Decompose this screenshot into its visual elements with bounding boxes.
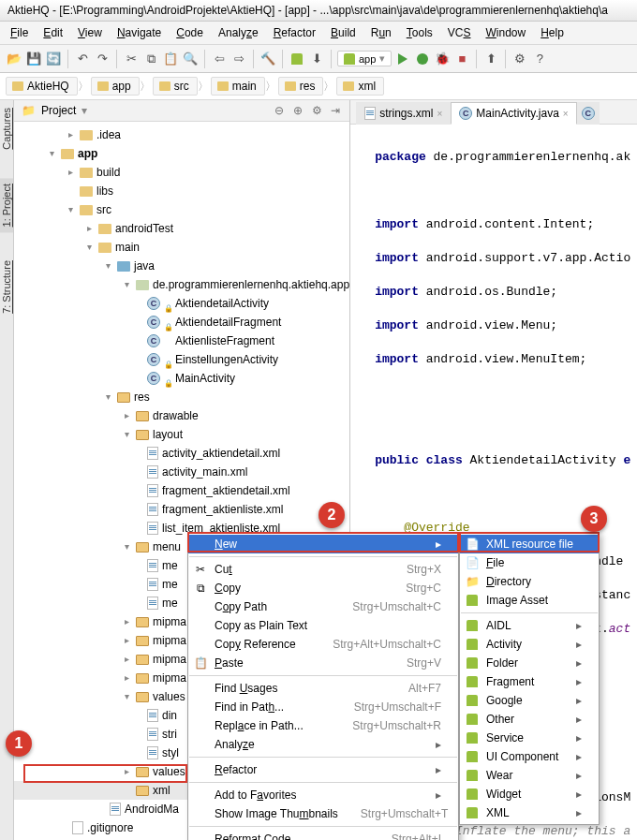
settings-icon[interactable]: ⚙ [511, 51, 528, 67]
new-widget[interactable]: Widget▸ [460, 785, 599, 803]
redo-icon[interactable]: ↷ [94, 51, 111, 67]
menu-navigate[interactable]: Navigate [111, 24, 168, 41]
paste-icon[interactable]: 📋 [162, 51, 179, 67]
ctx-find-usages[interactable]: Find UsagesAlt+F7 [188, 679, 458, 698]
ctx-show-thumbnails[interactable]: Show Image ThumbnailsStrg+Umschalt+T [188, 804, 458, 823]
new-directory[interactable]: 📁Directory [460, 572, 599, 591]
folder-icon [285, 81, 296, 91]
copy-icon[interactable]: ⧉ [142, 51, 159, 67]
stop-icon[interactable]: ■ [453, 51, 470, 67]
context-submenu-new: 📄XML resource file 📄File 📁Directory Imag… [459, 532, 600, 825]
hide-icon[interactable]: ⇥ [329, 104, 342, 117]
make-icon[interactable]: 🔨 [259, 51, 276, 67]
close-icon[interactable]: × [437, 109, 442, 119]
avd-icon[interactable] [289, 51, 305, 67]
new-google[interactable]: Google▸ [460, 691, 599, 710]
new-folder[interactable]: Folder▸ [460, 654, 599, 672]
crumb-res[interactable]: res [278, 77, 324, 96]
new-service[interactable]: Service▸ [460, 729, 599, 747]
tab-more[interactable]: C [577, 102, 600, 125]
menu-help[interactable]: Help [534, 24, 570, 41]
run-config-label: app [359, 53, 376, 65]
menu-view[interactable]: View [71, 24, 109, 41]
menu-file[interactable]: File [4, 24, 35, 41]
open-icon[interactable]: 📂 [6, 51, 22, 67]
save-icon[interactable]: 💾 [25, 51, 42, 67]
undo-icon[interactable]: ↶ [74, 51, 91, 67]
run-config-selector[interactable]: app ▾ [337, 51, 392, 66]
menu-refactor[interactable]: Refactor [267, 24, 322, 41]
find-icon[interactable]: 🔍 [182, 51, 199, 67]
android-icon [466, 806, 479, 819]
menu-analyze[interactable]: Analyze [212, 24, 265, 41]
menu-vcs[interactable]: VCS [441, 24, 478, 41]
sdk-icon[interactable]: ⬇ [308, 51, 325, 67]
sync-icon[interactable]: 🔄 [45, 51, 62, 67]
ctx-copy-path[interactable]: Copy PathStrg+Umschalt+C [188, 597, 458, 616]
new-file[interactable]: 📄File [460, 553, 599, 572]
tab-mainactivity[interactable]: C MainActivity.java × [451, 102, 576, 125]
crumb-xml[interactable]: xml [336, 77, 384, 96]
ctx-reformat[interactable]: Reformat CodeStrg+Alt+I [188, 830, 458, 840]
new-wear[interactable]: Wear▸ [460, 766, 599, 785]
android-icon [466, 619, 479, 632]
ctx-add-favorites[interactable]: Add to Favorites▸ [188, 786, 458, 804]
android-icon [466, 750, 479, 763]
ctx-find-in-path[interactable]: Find in Path...Strg+Umschalt+F [188, 698, 458, 716]
crumb-project[interactable]: AktieHQ [6, 77, 78, 96]
menu-run[interactable]: Run [364, 24, 398, 41]
folder-icon [343, 81, 354, 91]
ctx-paste[interactable]: 📋PasteStrg+V [188, 654, 458, 672]
android-icon [466, 694, 479, 707]
toolwin-project[interactable]: 1: Project [0, 178, 13, 232]
run-icon[interactable] [394, 51, 411, 67]
tab-strings[interactable]: strings.xml × [356, 102, 451, 125]
close-icon[interactable]: × [563, 109, 569, 119]
target-icon[interactable]: ⊕ [291, 104, 304, 117]
forward-icon[interactable]: ⇨ [230, 51, 247, 67]
menu-edit[interactable]: Edit [37, 24, 69, 41]
git-icon[interactable]: ⬆ [482, 51, 499, 67]
back-icon[interactable]: ⇦ [211, 51, 228, 67]
ctx-copy-ref[interactable]: Copy ReferenceStrg+Alt+Umschalt+C [188, 635, 458, 654]
ctx-analyze[interactable]: Analyze▸ [188, 735, 458, 754]
chevron-down-icon: ▾ [379, 52, 385, 65]
ctx-copy[interactable]: ⧉CopyStrg+C [188, 579, 458, 597]
menu-build[interactable]: Build [324, 24, 363, 41]
file-icon: 📄 [466, 556, 479, 569]
folder-icon [12, 81, 23, 91]
android-icon [466, 731, 479, 744]
new-image-asset[interactable]: Image Asset [460, 591, 599, 610]
debug-icon[interactable] [414, 51, 431, 67]
collapse-icon[interactable]: ⊖ [273, 104, 286, 117]
callout-badge-1: 1 [6, 730, 32, 757]
ctx-new[interactable]: New▸ [188, 535, 458, 553]
crumb-main[interactable]: main [211, 77, 265, 96]
chevron-down-icon[interactable]: ▾ [81, 104, 87, 117]
new-fragment[interactable]: Fragment▸ [460, 672, 599, 691]
menu-window[interactable]: Window [479, 24, 532, 41]
folder-icon: 📁 [466, 575, 479, 588]
ctx-refactor[interactable]: Refactor▸ [188, 760, 458, 779]
new-ui-component[interactable]: UI Component▸ [460, 747, 599, 766]
toolwin-captures[interactable]: Captures [1, 108, 12, 150]
new-xml-resource[interactable]: 📄XML resource file [460, 535, 599, 553]
menu-code[interactable]: Code [170, 24, 210, 41]
gear-icon[interactable]: ⚙ [310, 104, 323, 117]
cut-icon[interactable]: ✂ [123, 51, 140, 67]
new-aidl[interactable]: AIDL▸ [460, 616, 599, 635]
menu-tools[interactable]: Tools [400, 24, 439, 41]
ctx-copy-plain[interactable]: Copy as Plain Text [188, 616, 458, 635]
ctx-replace-in-path[interactable]: Replace in Path...Strg+Umschalt+R [188, 716, 458, 735]
new-xml[interactable]: XML▸ [460, 803, 599, 822]
new-other[interactable]: Other▸ [460, 710, 599, 729]
callout-badge-3: 3 [581, 506, 607, 532]
help-icon[interactable]: ? [531, 51, 548, 67]
toolwin-structure[interactable]: 7: Structure [1, 260, 12, 314]
crumb-src[interactable]: src [153, 77, 198, 96]
new-activity[interactable]: Activity▸ [460, 635, 599, 654]
android-icon [466, 656, 479, 670]
ctx-cut[interactable]: ✂CutStrg+X [188, 560, 458, 579]
attach-icon[interactable]: 🐞 [434, 51, 451, 67]
crumb-app[interactable]: app [91, 77, 140, 96]
